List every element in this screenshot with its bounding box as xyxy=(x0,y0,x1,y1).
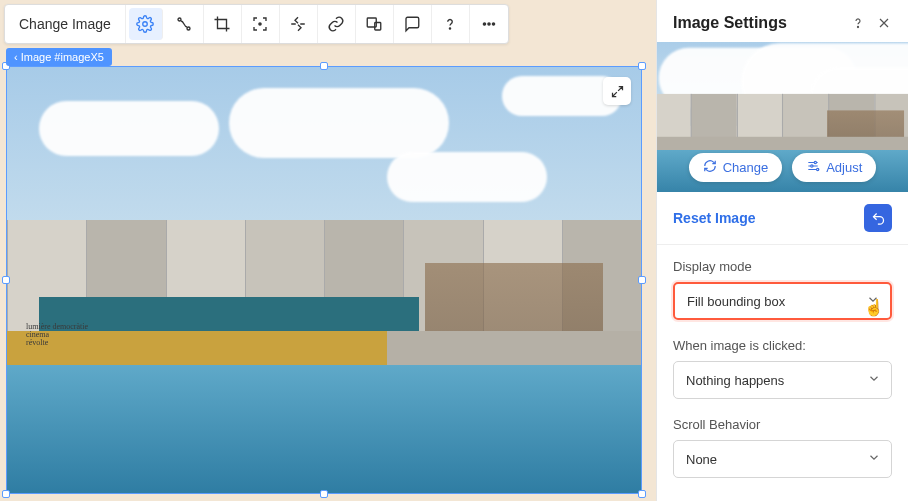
svg-point-7 xyxy=(483,23,485,25)
scroll-label: Scroll Behavior xyxy=(673,417,892,432)
scroll-select[interactable]: None xyxy=(673,440,892,478)
more-icon[interactable] xyxy=(470,5,508,43)
reset-image-link[interactable]: Reset Image xyxy=(673,210,864,226)
selected-image[interactable]: lumière democràtiecinemarévolte xyxy=(6,66,642,494)
svg-point-11 xyxy=(814,161,816,163)
resize-handle[interactable] xyxy=(320,62,328,70)
change-button[interactable]: Change xyxy=(689,153,783,182)
comment-icon[interactable] xyxy=(394,5,432,43)
breadcrumb-chevron-icon: ‹ xyxy=(14,51,21,63)
svg-point-2 xyxy=(187,27,190,30)
crop-icon[interactable] xyxy=(204,5,242,43)
panel-help-icon[interactable] xyxy=(850,15,866,31)
svg-point-10 xyxy=(857,26,858,27)
svg-point-9 xyxy=(492,23,494,25)
undo-button[interactable] xyxy=(864,204,892,232)
onclick-label: When image is clicked: xyxy=(673,338,892,353)
onclick-select[interactable]: Nothing happens xyxy=(673,361,892,399)
link-icon[interactable] xyxy=(318,5,356,43)
adjust-button[interactable]: Adjust xyxy=(792,153,876,182)
resize-handle[interactable] xyxy=(638,490,646,498)
resize-handle[interactable] xyxy=(638,62,646,70)
svg-point-1 xyxy=(178,18,181,21)
change-button-label: Change xyxy=(723,160,769,175)
display-mode-label: Display mode xyxy=(673,259,892,274)
resize-handle[interactable] xyxy=(2,490,10,498)
help-icon[interactable] xyxy=(432,5,470,43)
chevron-down-icon xyxy=(867,451,881,468)
canvas-selection[interactable]: lumière democràtiecinemarévolte xyxy=(6,66,642,494)
settings-gear-icon[interactable] xyxy=(129,8,163,40)
display-mode-select[interactable]: Fill bounding box ☝️ xyxy=(673,282,892,320)
responsive-icon[interactable] xyxy=(356,5,394,43)
svg-point-13 xyxy=(817,168,819,170)
resize-handle[interactable] xyxy=(2,276,10,284)
expand-icon[interactable] xyxy=(603,77,631,105)
breadcrumb-label: Image #imageX5 xyxy=(21,51,104,63)
change-image-button[interactable]: Change Image xyxy=(5,5,126,43)
breadcrumb[interactable]: ‹ Image #imageX5 xyxy=(6,48,112,66)
close-icon[interactable] xyxy=(876,15,892,31)
onclick-value: Nothing happens xyxy=(686,373,784,388)
image-preview: Change Adjust xyxy=(657,42,908,192)
chevron-down-icon xyxy=(866,293,880,310)
panel-title: Image Settings xyxy=(673,14,840,32)
svg-point-8 xyxy=(488,23,490,25)
svg-point-12 xyxy=(811,165,813,167)
animation-icon[interactable] xyxy=(166,5,204,43)
resize-handle[interactable] xyxy=(638,276,646,284)
refresh-icon xyxy=(703,159,717,176)
filters-icon[interactable] xyxy=(280,5,318,43)
svg-point-0 xyxy=(143,22,148,27)
adjust-button-label: Adjust xyxy=(826,160,862,175)
sliders-icon xyxy=(806,159,820,176)
svg-point-6 xyxy=(450,28,451,29)
resize-handle[interactable] xyxy=(320,490,328,498)
svg-point-3 xyxy=(259,23,261,25)
scroll-value: None xyxy=(686,452,717,467)
chevron-down-icon xyxy=(867,372,881,389)
image-settings-panel: Image Settings Change Adjust Reset Image xyxy=(656,0,908,501)
focus-icon[interactable] xyxy=(242,5,280,43)
image-content: lumière democràtiecinemarévolte xyxy=(7,67,641,493)
display-mode-value: Fill bounding box xyxy=(687,294,785,309)
image-toolbar: Change Image xyxy=(4,4,509,44)
